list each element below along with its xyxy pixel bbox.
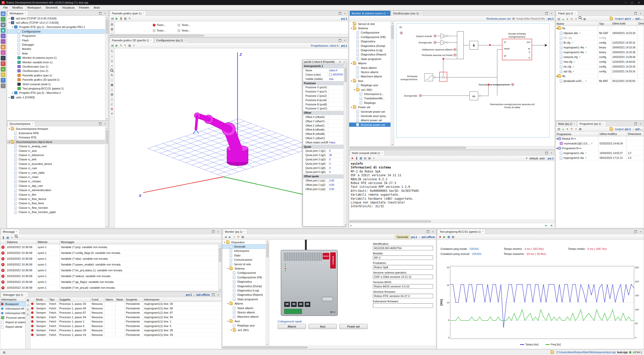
column-header[interactable]: Dime [637, 21, 644, 26]
workspace-tree-item[interactable]: Pannello grafico (pan-1) [7, 73, 108, 77]
monitor-tree-item[interactable]: Stack allarmi [222, 306, 269, 310]
property-row[interactable]: Quota joint 3 (qj3) 0 [303, 158, 347, 162]
quick-link-button[interactable]: Allarmi [278, 324, 306, 329]
expander-icon[interactable]: ▾ [226, 320, 229, 322]
tab-documentazione[interactable]: Documentazione× [8, 121, 35, 126]
expander-icon[interactable]: ▸ [11, 92, 14, 94]
debugger-section-item[interactable]: Informazioni OB [0, 311, 25, 315]
sysm-tree-item[interactable]: Configurazione [349, 31, 394, 35]
trash-icon[interactable] [574, 127, 578, 131]
close-panel-button[interactable]: × [104, 122, 107, 125]
rotate-icon[interactable] [110, 73, 114, 77]
zoomout-icon[interactable] [110, 64, 114, 68]
trash-icon[interactable] [26, 303, 30, 307]
left-icon[interactable] [223, 235, 228, 239]
horizontal-scrollbar[interactable]: ◀▶ [349, 146, 555, 149]
sysm-tree-item[interactable]: Riepilogo [349, 101, 394, 105]
property-row[interactable]: Offset C (offsetC) [303, 136, 347, 141]
doc-tree-item[interactable]: Classe rc_belt [7, 157, 108, 162]
expander-icon[interactable]: ▾ [11, 26, 14, 28]
quick-link-button[interactable]: Power set [339, 324, 368, 329]
property-row[interactable]: Offset joint 1 (oj1) 0.00 [303, 179, 347, 183]
column-header[interactable]: Mittente [37, 240, 60, 244]
play-icon[interactable] [115, 16, 119, 21]
sysm-tree-item[interactable]: Diagnostica (Report) [349, 52, 394, 57]
vertical-scrollbar[interactable]: ▲▼ [218, 244, 221, 291]
doc-tree-item[interactable]: Classe rc_bdeserver [7, 153, 108, 157]
column-header[interactable]: Data/ora [6, 240, 37, 244]
device-field-value[interactable]: OSF a 32bit versione 14.11.11 [373, 275, 433, 279]
workspace-tree-item[interactable]: Monitor di sistema (sysm-1) [7, 56, 108, 60]
float-panel-button[interactable] [338, 39, 342, 42]
monitor-tree-item[interactable]: Diagnostica (Report) [222, 293, 269, 297]
file-row[interactable]: xpl.cfg ✓ config 11/02/2021 14:29:16 [556, 69, 644, 74]
doc-tree-item[interactable]: ▾ Documentazione object block [7, 140, 108, 144]
workspace-tree-item[interactable]: Monitor [7, 47, 108, 51]
menu-item[interactable]: Finestre [77, 5, 91, 10]
settings-icon[interactable] [1, 83, 6, 88]
help-icon[interactable] [511, 16, 516, 21]
sysm-tree-item[interactable]: Stato programmi [349, 57, 394, 61]
property-row[interactable]: Offset Y (offsetY) [303, 119, 347, 124]
message-row[interactable]: 10/03/2022 10:36:58 sysm-1 Variabile (?.… [0, 244, 221, 250]
property-row[interactable]: Offset A (offsetA) [303, 128, 347, 132]
grid-icon[interactable] [241, 235, 245, 239]
tab-pan3d[interactable]: Pannello grafico 3D (pan3d-1)× [110, 38, 154, 43]
column-header[interactable]: Modo [35, 297, 48, 302]
ruler-icon[interactable] [110, 102, 114, 106]
shell-command-input[interactable] [353, 224, 543, 227]
stop-icon[interactable] [438, 235, 442, 239]
maximize-button[interactable]: ▢ [631, 1, 633, 4]
expander-icon[interactable]: ▸ [8, 96, 11, 99]
monitor-tree-item[interactable]: ▾ Dispositivo [222, 240, 269, 244]
debugger-section-item[interactable]: Processi utente [0, 315, 25, 320]
axes-icon[interactable] [110, 87, 114, 92]
float-panel-button[interactable] [634, 12, 637, 15]
workspace-tree-item[interactable]: ▸ usbc-1 [COM3] [7, 95, 108, 99]
home-icon[interactable] [232, 235, 236, 239]
expander-icon[interactable]: ▾ [226, 267, 229, 270]
workspace-icon[interactable] [1, 11, 6, 16]
float-panel-button[interactable] [338, 12, 342, 15]
layers-icon[interactable] [132, 43, 136, 48]
close-panel-button[interactable]: × [639, 122, 642, 125]
property-row[interactable]: Posizione A (posA) [303, 98, 347, 102]
column-header[interactable]: Soggetto [58, 297, 91, 302]
property-row[interactable]: Posizione C (posC) [303, 107, 347, 111]
message-row[interactable]: 10/03/2022 10:36:58 sysm-1 Variabile (?.… [0, 250, 221, 256]
grid-icon[interactable] [123, 16, 127, 21]
save-icon[interactable] [6, 235, 10, 240]
file-row[interactable]: qmakeall-vs20... ✓ file BAT 25/11/2021 1… [556, 79, 644, 83]
property-row[interactable]: Quota joint 2 (qj2) 45 [303, 153, 347, 158]
pointer-icon[interactable] [127, 16, 132, 21]
cube-icon[interactable] [110, 78, 114, 82]
doc-icon[interactable] [110, 16, 115, 21]
sysm-tree-item[interactable]: Generale asse (pow... [349, 114, 394, 118]
up-icon[interactable] [561, 127, 565, 131]
horizontal-scrollbar[interactable]: ◀▶ [222, 346, 436, 349]
tab-messaggi[interactable]: Messaggi× [1, 229, 19, 234]
float-panel-button[interactable] [545, 152, 548, 155]
file-row[interactable]: ▾ /fb [556, 74, 644, 79]
refresh-icon[interactable] [236, 235, 241, 239]
workspace-tree-item[interactable]: Monitor variabili (mon-1) [7, 60, 108, 64]
workspace-tree-item[interactable]: ▸ rp2-loris [TCP/IP 10.0.45.3:8100] [7, 16, 108, 20]
close-panel-button[interactable]: × [639, 230, 642, 233]
panel-icon[interactable] [1, 45, 6, 49]
monitor-tree-item[interactable]: Comunicazioni [222, 258, 269, 262]
tab-flash[interactable]: Flash (prj-1)× [556, 11, 578, 16]
sysm-tree-item[interactable]: Stack allarmi [349, 66, 394, 70]
properties-menu-button[interactable]: ▾ [338, 61, 342, 64]
quick-link-button[interactable]: Assi [308, 324, 337, 329]
close-panel-button[interactable]: × [343, 39, 347, 42]
expander-icon[interactable]: ▾ [350, 106, 353, 108]
doc-tree-item[interactable]: ▾ Documentazione firmware [7, 127, 108, 131]
menu-item[interactable]: Aiuto [91, 5, 102, 10]
doc-tree-item[interactable]: Classe rc_flow_function_pppb [7, 210, 108, 214]
close-panel-button[interactable]: × [550, 152, 553, 155]
monitor-tree-item[interactable]: ▾ ax1 (M1) [222, 328, 269, 332]
monitor-tree-item[interactable]: Informazioni [222, 249, 269, 253]
doc-tree-item[interactable]: Classe rc_flow_feed [7, 201, 108, 205]
monitor-tree-item[interactable]: Stato programmi [222, 297, 269, 301]
grid-icon[interactable] [26, 298, 30, 302]
